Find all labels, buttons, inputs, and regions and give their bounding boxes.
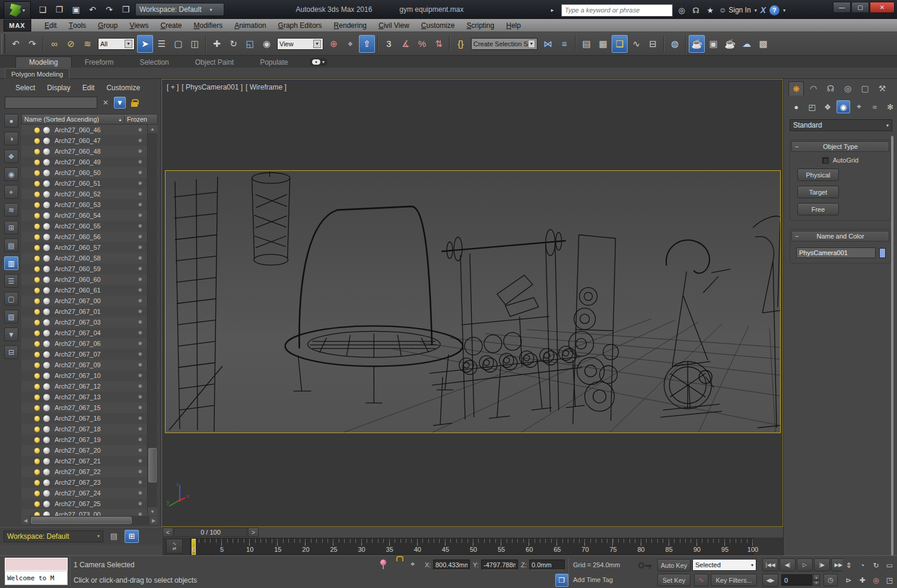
- next-frame-button[interactable]: |▶: [814, 558, 830, 571]
- x-coord-field[interactable]: [433, 560, 470, 570]
- visibility-bulb-icon[interactable]: [34, 138, 40, 144]
- name-column-header[interactable]: Name (Sorted Ascending) ▲: [22, 116, 124, 123]
- physical-button[interactable]: Physical: [797, 169, 839, 181]
- frozen-snowflake-icon[interactable]: ❄: [138, 405, 142, 411]
- frozen-snowflake-icon[interactable]: ❄: [138, 426, 142, 432]
- frozen-snowflake-icon[interactable]: ❄: [138, 148, 142, 154]
- selection-set-dropdown[interactable]: Selected ▾: [692, 559, 756, 571]
- display-shapes-icon[interactable]: ◑: [4, 132, 18, 145]
- menu-group[interactable]: Group: [92, 19, 123, 31]
- search-icon[interactable]: ◎: [676, 6, 687, 15]
- viewport-menu-shading[interactable]: [ Wireframe ]: [246, 83, 287, 91]
- display-helpers-icon[interactable]: ⌖: [4, 185, 18, 199]
- ribbon-tab-populate[interactable]: Populate: [247, 57, 301, 68]
- table-row[interactable]: Arch27_067_24❄: [21, 488, 158, 498]
- visibility-bulb-icon[interactable]: [34, 245, 40, 250]
- visibility-bulb-icon[interactable]: [34, 352, 40, 357]
- frozen-snowflake-icon[interactable]: ❄: [138, 159, 142, 165]
- explorer-search-input[interactable]: [5, 97, 97, 109]
- communication-center-icon[interactable]: ☊: [691, 6, 701, 15]
- table-row[interactable]: Arch27_073_00❄: [21, 509, 158, 516]
- visibility-bulb-icon[interactable]: [34, 437, 40, 443]
- explorer-menu-customize[interactable]: Customize: [101, 82, 145, 93]
- manage-layers-icon[interactable]: ▤: [578, 35, 594, 53]
- add-time-tag[interactable]: Add Time Tag: [573, 576, 613, 583]
- menu-civil-view[interactable]: Civil View: [373, 19, 415, 31]
- select-object-icon[interactable]: ➤: [137, 35, 153, 53]
- object-name-field[interactable]: [796, 247, 876, 258]
- explorer-menu-select[interactable]: Select: [11, 82, 40, 93]
- display-lights-icon[interactable]: ❖: [4, 150, 18, 163]
- minimize-button[interactable]: —: [833, 2, 851, 13]
- frozen-snowflake-icon[interactable]: ❄: [138, 180, 142, 186]
- search-history-icon[interactable]: ▸: [547, 7, 558, 13]
- window-crossing-icon[interactable]: ◫: [187, 35, 203, 53]
- select-and-scale-icon[interactable]: ◱: [242, 35, 258, 53]
- collapse-icon[interactable]: −: [795, 233, 799, 240]
- play-button[interactable]: ▷: [797, 558, 813, 571]
- table-row[interactable]: Arch27_060_48❄: [21, 146, 158, 157]
- maxscript-macro-recorder[interactable]: [5, 558, 68, 571]
- display-groups-icon[interactable]: ⊞: [4, 221, 18, 234]
- percent-snap-icon[interactable]: %: [414, 35, 430, 53]
- table-row[interactable]: Arch27_060_50❄: [21, 167, 158, 178]
- table-row[interactable]: Arch27_060_57❄: [21, 242, 158, 253]
- keyboard-override-icon[interactable]: ⇧: [359, 35, 375, 53]
- select-and-manipulate-icon[interactable]: ⌖: [342, 35, 358, 53]
- frozen-snowflake-icon[interactable]: ❄: [138, 127, 142, 133]
- lock-icon[interactable]: [128, 97, 140, 109]
- current-frame-field[interactable]: [781, 574, 812, 586]
- edit-named-selections-icon[interactable]: {}: [453, 35, 469, 53]
- visibility-bulb-icon[interactable]: [34, 491, 40, 496]
- set-key-button[interactable]: Set Key: [657, 574, 691, 586]
- frozen-snowflake-icon[interactable]: ❄: [138, 511, 142, 516]
- frozen-snowflake-icon[interactable]: ❄: [138, 212, 142, 218]
- helpers-subtab[interactable]: ⌖: [853, 100, 866, 113]
- next-key-button[interactable]: >: [248, 527, 259, 537]
- table-row[interactable]: Arch27_067_19❄: [21, 434, 158, 445]
- visibility-bulb-icon[interactable]: [34, 330, 40, 336]
- angle-snap-icon[interactable]: ∡: [397, 35, 413, 53]
- chevron-down-icon[interactable]: ▾: [783, 8, 785, 13]
- menu-graph-editors[interactable]: Graph Editors: [272, 19, 328, 31]
- set-key-mode-icon[interactable]: [638, 562, 653, 570]
- visibility-bulb-icon[interactable]: [34, 363, 40, 368]
- menu-customize[interactable]: Customize: [415, 19, 461, 31]
- use-pivot-center-icon[interactable]: ⊕: [326, 35, 342, 53]
- menu-scripting[interactable]: Scripting: [461, 19, 501, 31]
- workspace-dropdown[interactable]: Workspace: Default▾: [135, 3, 224, 16]
- visibility-bulb-icon[interactable]: [34, 416, 40, 421]
- table-row[interactable]: Arch27_060_59❄: [21, 263, 158, 274]
- sign-in-button[interactable]: ☺ Sign In: [719, 6, 751, 14]
- viewport-scene[interactable]: [166, 171, 780, 433]
- table-row[interactable]: Arch27_067_12❄: [21, 381, 158, 392]
- table-row[interactable]: Arch27_067_23❄: [21, 477, 158, 488]
- visibility-bulb-icon[interactable]: [34, 341, 40, 347]
- menu-tools[interactable]: Tools: [63, 19, 92, 31]
- prev-key-button[interactable]: <: [163, 527, 173, 537]
- table-row[interactable]: Arch27_067_21❄: [21, 456, 158, 466]
- frozen-snowflake-icon[interactable]: ❄: [138, 298, 142, 304]
- visibility-bulb-icon[interactable]: [34, 128, 40, 133]
- visibility-bulb-icon[interactable]: [34, 298, 40, 304]
- ribbon-tab-freeform[interactable]: Freeform: [72, 57, 127, 68]
- systems-subtab[interactable]: ✻: [884, 100, 897, 113]
- project-folder-icon[interactable]: ❒: [119, 2, 133, 17]
- frozen-snowflake-icon[interactable]: ❄: [138, 458, 142, 464]
- table-row[interactable]: Arch27_067_25❄: [21, 498, 158, 509]
- table-row[interactable]: Arch27_060_47❄: [21, 135, 158, 146]
- visibility-bulb-icon[interactable]: [34, 501, 40, 507]
- frozen-snowflake-icon[interactable]: ❄: [138, 501, 142, 507]
- frozen-snowflake-icon[interactable]: ❄: [138, 479, 142, 485]
- display-spacewarps-icon[interactable]: ≋: [4, 203, 18, 217]
- horizontal-scrollbar[interactable]: ◀ ▶: [21, 516, 158, 525]
- scrollbar-thumb[interactable]: [148, 448, 157, 482]
- frozen-snowflake-icon[interactable]: ❄: [138, 447, 142, 453]
- rendered-frame-icon[interactable]: ▣: [705, 35, 721, 53]
- default-in-out-tangents-icon[interactable]: ∿: [694, 574, 708, 586]
- table-row[interactable]: Arch27_060_52❄: [21, 189, 158, 199]
- mirror-icon[interactable]: ⋈: [540, 35, 556, 53]
- frozen-snowflake-icon[interactable]: ❄: [138, 234, 142, 240]
- orbit-camera-icon[interactable]: ◎: [870, 573, 882, 587]
- visibility-bulb-icon[interactable]: [34, 320, 40, 325]
